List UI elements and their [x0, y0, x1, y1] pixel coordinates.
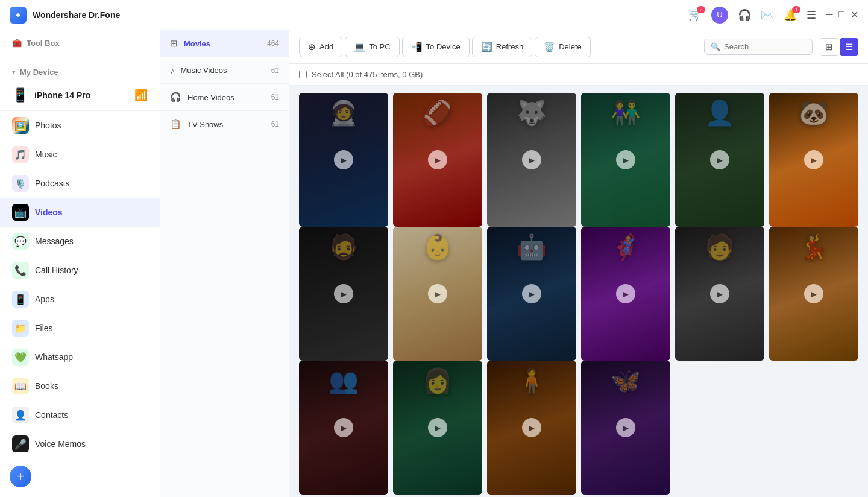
add-label: Add	[319, 42, 333, 51]
callhistory-label: Call History	[35, 265, 78, 275]
play-overlay-12: ▶	[299, 361, 388, 495]
category-item-musicvideos[interactable]: ♪ Music Videos 61	[160, 57, 289, 84]
wifi-icon: 📶	[134, 89, 148, 102]
device-phone-icon: 📱	[12, 87, 28, 103]
sidebar-item-whatsapp[interactable]: 💚 Whatsapp	[0, 343, 160, 372]
movie-thumbnail-9[interactable]: 🦸 ▶	[581, 227, 670, 361]
play-button-4[interactable]: ▶	[710, 150, 729, 169]
movies-count: 464	[267, 39, 279, 48]
sidebar-nav: 🖼️ Photos 🎵 Music 🎙️ Podcasts 📺 Videos 💬…	[0, 111, 160, 458]
list-view-button[interactable]: ☰	[840, 38, 858, 56]
maximize-button[interactable]: □	[838, 9, 844, 21]
contacts-icon: 👤	[12, 407, 29, 423]
todevice-button[interactable]: 📲 To Device	[402, 37, 470, 57]
category-item-homevideos[interactable]: 🎧 Home Videos 61	[160, 84, 289, 111]
topc-button[interactable]: 💻 To PC	[345, 37, 399, 57]
whatsapp-icon: 💚	[12, 349, 29, 366]
play-button-1[interactable]: ▶	[428, 150, 447, 169]
play-button-12[interactable]: ▶	[334, 418, 353, 437]
movie-thumbnail-4[interactable]: 👤 ▶	[675, 93, 764, 227]
play-button-6[interactable]: ▶	[334, 284, 353, 303]
notification-badge: 1	[792, 6, 800, 13]
play-button-2[interactable]: ▶	[522, 150, 541, 169]
grid-view-button[interactable]: ⊞	[820, 38, 838, 56]
movie-thumbnail-14[interactable]: 🧍 ▶	[487, 361, 576, 495]
play-button-14[interactable]: ▶	[522, 418, 541, 437]
notification-icon[interactable]: 🔔 1	[784, 8, 797, 22]
play-button-3[interactable]: ▶	[616, 150, 635, 169]
minimize-button[interactable]: ─	[826, 9, 832, 21]
play-button-7[interactable]: ▶	[428, 284, 447, 303]
main-panel: ⊕ Add 💻 To PC 📲 To Device 🔄 Refresh 🗑️	[289, 30, 868, 497]
sidebar-item-files[interactable]: 📁 Files	[0, 314, 160, 343]
photos-label: Photos	[35, 121, 61, 130]
play-overlay-10: ▶	[675, 227, 764, 361]
refresh-button[interactable]: 🔄 Refresh	[472, 37, 533, 57]
toolbar: ⊕ Add 💻 To PC 📲 To Device 🔄 Refresh 🗑️	[289, 30, 868, 64]
headset-icon[interactable]: 🎧	[738, 8, 751, 22]
play-button-0[interactable]: ▶	[334, 150, 353, 169]
delete-button[interactable]: 🗑️ Delete	[535, 37, 591, 57]
select-all-checkbox[interactable]	[299, 71, 307, 78]
play-button-5[interactable]: ▶	[804, 150, 823, 169]
category-item-tvshows[interactable]: 📋 TV Shows 61	[160, 111, 289, 138]
topc-label: To PC	[369, 42, 390, 51]
cart-icon[interactable]: 🛒 2	[688, 8, 702, 22]
select-all-label[interactable]: Select All (0 of 475 items, 0 GB)	[312, 70, 423, 79]
movie-thumbnail-10[interactable]: 🧑 ▶	[675, 227, 764, 361]
add-button[interactable]: ⊕ Add	[299, 37, 342, 57]
movies-label: Movies	[184, 39, 261, 48]
sidebar-item-books[interactable]: 📖 Books	[0, 372, 160, 400]
sidebar-item-messages[interactable]: 💬 Messages	[0, 227, 160, 256]
play-button-11[interactable]: ▶	[804, 284, 823, 303]
movie-thumbnail-7[interactable]: 👶 ▶	[393, 227, 482, 361]
sidebar-item-music[interactable]: 🎵 Music	[0, 140, 160, 169]
sidebar-item-podcasts[interactable]: 🎙️ Podcasts	[0, 169, 160, 198]
play-button-8[interactable]: ▶	[522, 284, 541, 303]
category-list: ⊞ Movies 464 ♪ Music Videos 61 🎧 Home Vi…	[160, 30, 289, 138]
sidebar-item-contacts[interactable]: 👤 Contacts	[0, 400, 160, 429]
close-button[interactable]: ✕	[851, 9, 858, 21]
play-button-9[interactable]: ▶	[616, 284, 635, 303]
todevice-label: To Device	[426, 42, 461, 51]
play-button-13[interactable]: ▶	[428, 418, 447, 437]
mail-icon[interactable]: ✉️	[761, 8, 774, 22]
movie-thumbnail-0[interactable]: 🧑‍🚀 ▶	[299, 93, 388, 227]
mydevice-label: My Device	[20, 68, 58, 77]
play-overlay-1: ▶	[393, 93, 482, 227]
movie-thumbnail-12[interactable]: 👥 ▶	[299, 361, 388, 495]
movie-thumbnail-13[interactable]: 👩 ▶	[393, 361, 482, 495]
callhistory-icon: 📞	[12, 262, 29, 279]
movie-thumbnail-3[interactable]: 👫 ▶	[581, 93, 670, 227]
movie-thumbnail-8[interactable]: 🤖 ▶	[487, 227, 576, 361]
movie-thumbnail-1[interactable]: 🏈 ▶	[393, 93, 482, 227]
movie-thumbnail-11[interactable]: 💃 ▶	[769, 227, 858, 361]
sidebar: 🧰 Tool Box ▾ My Device 📱 iPhone 14 Pro 📶…	[0, 30, 160, 497]
movie-thumbnail-2[interactable]: 🐺 ▶	[487, 93, 576, 227]
files-label: Files	[35, 323, 53, 333]
voicememos-label: Voice Memos	[35, 439, 86, 449]
list-icon[interactable]: ☰	[807, 8, 816, 22]
titlebar-icons: 🛒 2 U 🎧 ✉️ 🔔 1 ☰	[688, 7, 816, 24]
play-button-10[interactable]: ▶	[710, 284, 729, 303]
play-button-15[interactable]: ▶	[616, 418, 635, 437]
movie-thumbnail-15[interactable]: 🦋 ▶	[581, 361, 670, 495]
sidebar-item-videos[interactable]: 📺 Videos	[0, 198, 160, 227]
search-box[interactable]: 🔍	[704, 39, 813, 55]
category-item-movies[interactable]: ⊞ Movies 464	[160, 30, 289, 57]
messages-label: Messages	[35, 236, 74, 246]
play-overlay-5: ▶	[769, 93, 858, 227]
avatar-icon[interactable]: U	[711, 7, 728, 24]
sidebar-item-voicememos[interactable]: 🎤 Voice Memos	[0, 429, 160, 458]
movie-thumbnail-6[interactable]: 🧔 ▶	[299, 227, 388, 361]
play-overlay-11: ▶	[769, 227, 858, 361]
sidebar-item-callhistory[interactable]: 📞 Call History	[0, 256, 160, 285]
photos-icon: 🖼️	[12, 117, 29, 134]
sidebar-item-apps[interactable]: 📱 Apps	[0, 285, 160, 314]
search-input[interactable]	[724, 42, 806, 51]
window-controls: ─ □ ✕	[826, 9, 858, 21]
sidebar-item-photos[interactable]: 🖼️ Photos	[0, 111, 160, 140]
movie-thumbnail-5[interactable]: 🐼 ▶	[769, 93, 858, 227]
add-floating-button[interactable]: +	[10, 466, 31, 487]
music-icon: 🎵	[12, 146, 29, 163]
